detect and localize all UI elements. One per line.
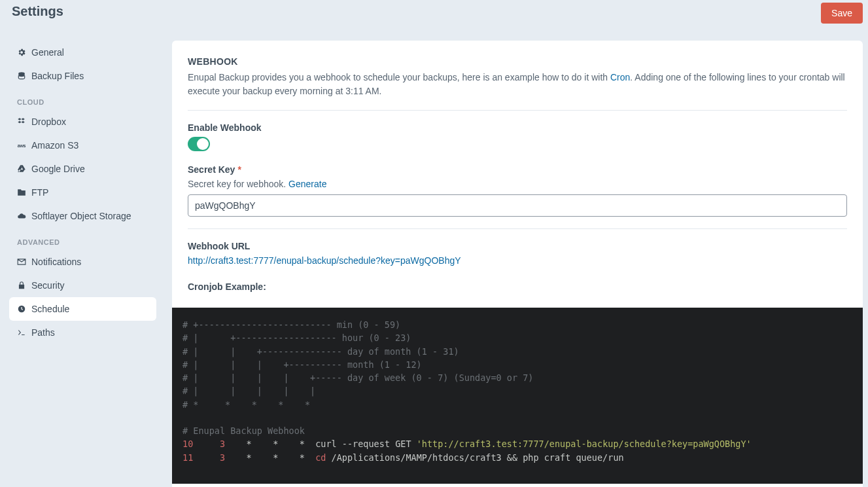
sidebar-item-label: Dropbox	[31, 117, 66, 127]
webhook-url-link[interactable]: http://craft3.test:7777/enupal-backup/sc…	[188, 255, 461, 266]
sidebar-item-label: General	[31, 47, 64, 58]
terminal-icon	[17, 328, 26, 337]
sidebar-item-general[interactable]: General	[9, 41, 156, 64]
webhook-description: Enupal Backup provides you a webhook to …	[188, 71, 847, 98]
sidebar-item-ftp[interactable]: FTP	[9, 181, 156, 204]
envelope-icon	[17, 257, 26, 266]
sidebar-item-label: Security	[31, 280, 65, 291]
divider	[188, 228, 847, 229]
sidebar-item-label: Google Drive	[31, 164, 85, 174]
secret-key-label: Secret Key*	[188, 164, 847, 175]
sidebar-item-label: FTP	[31, 187, 48, 198]
sidebar-section-cloud: CLOUD	[9, 88, 156, 110]
divider	[188, 110, 847, 111]
sidebar-item-schedule[interactable]: Schedule	[9, 297, 156, 321]
sidebar-item-label: Backup Files	[31, 71, 84, 81]
required-indicator: *	[237, 164, 241, 175]
sidebar-item-label: Schedule	[31, 304, 69, 314]
webhook-heading: WEBHOOK	[188, 56, 847, 67]
sidebar-item-dropbox[interactable]: Dropbox	[9, 110, 156, 134]
main-panel: WEBHOOK Enupal Backup provides you a web…	[172, 41, 863, 487]
sidebar-item-softlayer[interactable]: Softlayer Object Storage	[9, 204, 156, 228]
database-icon	[17, 71, 26, 81]
gear-icon	[17, 48, 26, 57]
folder-icon	[17, 188, 26, 197]
dropbox-icon	[17, 117, 26, 126]
sidebar-item-label: Softlayer Object Storage	[31, 211, 131, 221]
lock-icon	[17, 281, 26, 290]
cronjob-code-block: # +------------------------- min (0 - 59…	[172, 308, 863, 484]
sidebar-item-security[interactable]: Security	[9, 274, 156, 297]
cloud-icon	[17, 211, 26, 221]
sidebar-item-label: Paths	[31, 327, 55, 338]
clock-icon	[17, 304, 26, 314]
sidebar: General Backup Files CLOUD Dropbox aws A…	[9, 41, 156, 487]
sidebar-item-label: Amazon S3	[31, 140, 78, 151]
save-button[interactable]: Save	[821, 3, 863, 24]
page-title: Settings	[12, 3, 63, 19]
sidebar-item-label: Notifications	[31, 257, 81, 267]
enable-webhook-label: Enable Webhook	[188, 122, 847, 133]
sidebar-item-notifications[interactable]: Notifications	[9, 250, 156, 274]
gdrive-icon	[17, 164, 26, 173]
generate-link[interactable]: Generate	[288, 179, 326, 189]
cronjob-example-label: Cronjob Example:	[188, 281, 847, 292]
enable-webhook-toggle[interactable]	[188, 137, 210, 151]
sidebar-item-amazon-s3[interactable]: aws Amazon S3	[9, 134, 156, 157]
secret-key-input[interactable]	[188, 194, 847, 217]
aws-icon: aws	[17, 141, 26, 150]
sidebar-item-paths[interactable]: Paths	[9, 321, 156, 344]
cron-link[interactable]: Cron	[610, 72, 630, 82]
webhook-url-label: Webhook URL	[188, 241, 847, 251]
sidebar-item-google-drive[interactable]: Google Drive	[9, 157, 156, 181]
sidebar-section-advanced: ADVANCED	[9, 228, 156, 250]
secret-key-help: Secret key for webhook. Generate	[188, 179, 847, 189]
sidebar-item-backup-files[interactable]: Backup Files	[9, 64, 156, 88]
